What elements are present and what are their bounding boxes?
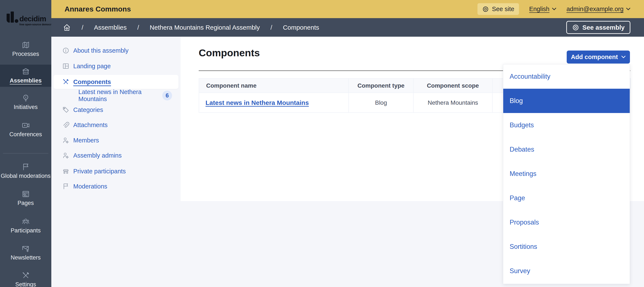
component-link[interactable]: Latest news in Nethera Mountains [206,99,309,106]
dropdown-item-budgets[interactable]: Budgets [503,113,630,137]
sidebar-item-label: Global moderations [1,173,50,179]
menu-item-assembly-admins[interactable]: Assembly admins [54,149,178,162]
sidebar-item-label: Conferences [9,131,42,137]
sidebar-item-conferences[interactable]: Conferences [0,118,51,141]
menu-item-components[interactable]: Components [54,75,178,89]
group-icon [62,168,69,175]
tag-icon [62,106,69,113]
menu-item-label: Latest news in Nethera Mountains [78,89,158,103]
decidim-logo-mark [6,12,18,23]
decidim-logo-text: decidim [20,15,46,23]
sidebar-item-assemblies[interactable]: Assemblies [0,65,51,87]
layout-grid-icon [62,63,69,70]
sidebar-item-newsletters[interactable]: Newsletters [0,241,51,264]
map-icon [22,41,30,49]
sidebar-item-label: Processes [12,51,39,57]
eye-icon [482,6,489,13]
breadcrumb-separator: / [270,24,272,31]
see-assembly-label: See assembly [582,24,624,31]
dropdown-item-debates[interactable]: Debates [503,137,630,162]
sidebar-item-label: Settings [15,281,36,287]
assembly-menu: About this assembly Landing page Compone… [51,37,180,201]
breadcrumb-separator: / [137,24,139,31]
main-nav: Processes Assemblies Initiatives [0,37,51,287]
tools-icon [22,271,30,279]
component-name-cell: Latest news in Nethera Mountains [199,93,348,113]
menu-item-label: Members [73,137,99,144]
menu-item-attachments[interactable]: Attachments [54,119,178,131]
sidebar-item-pages[interactable]: Pages [0,187,51,209]
menu-item-moderations[interactable]: Moderations [54,180,178,192]
sidebar-item-label: Initiatives [14,104,38,110]
account-label: admin@example.org [566,6,624,13]
column-header-component-name: Component name [199,79,348,93]
decidim-logo[interactable]: decidim free open-source democracy [6,11,49,26]
add-component-dropdown: Accountability Blog Budgets Debates Meet… [503,64,630,284]
menu-item-label: Attachments [73,122,108,129]
government-building-icon [22,68,30,76]
sidebar-item-label: Newsletters [11,254,41,260]
sidebar-item-processes[interactable]: Processes [0,38,51,60]
add-component-button[interactable]: Add component [567,51,630,64]
menu-item-categories[interactable]: Categories [54,104,178,116]
flag-icon [62,183,69,190]
column-header-component-type: Component type [348,79,413,93]
menu-item-label: Components [73,79,111,86]
sidebar-item-initiatives[interactable]: Initiatives [0,91,51,113]
menu-item-members[interactable]: Members [54,134,178,146]
breadcrumb-separator: / [82,24,83,31]
language-label: English [529,6,550,13]
menu-item-label: Categories [73,106,103,113]
mail-plus-icon [22,244,30,253]
see-site-link[interactable]: See site [478,3,519,15]
sidebar-item-label: Participants [11,227,41,233]
people-icon [22,217,30,226]
breadcrumb-bar: / Assemblies / Nethera Mountains Regiona… [51,18,644,37]
decidim-logo-tagline: free open-source democracy [20,23,56,26]
dropdown-item-sortitions[interactable]: Sortitions [503,234,630,259]
sidebar-item-participants[interactable]: Participants [0,214,51,237]
sidebar-item-settings[interactable]: Settings [0,268,51,287]
breadcrumb-components[interactable]: Components [283,24,319,31]
topbar-actions: See site English admin@example.org [478,0,630,18]
component-scope-cell: Nethera Mountains [413,93,492,113]
language-selector[interactable]: English [529,6,556,13]
add-component-label: Add component [571,54,618,61]
see-assembly-button[interactable]: See assembly [566,21,630,34]
chevron-down-icon [626,8,630,11]
menu-item-landing-page[interactable]: Landing page [54,60,178,72]
menu-item-label: Assembly admins [73,152,122,159]
video-camera-icon [22,121,30,129]
dropdown-item-page[interactable]: Page [503,186,630,210]
sidebar-divider [3,153,48,154]
account-menu[interactable]: admin@example.org [566,6,630,13]
dropdown-item-accountability[interactable]: Accountability [503,64,630,89]
breadcrumb-assembly-name[interactable]: Nethera Mountains Regional Assembly [150,24,260,31]
info-icon [62,47,69,54]
person-gear-icon [62,152,69,159]
see-site-label: See site [492,6,514,13]
menu-item-label: Moderations [73,183,107,190]
dropdown-item-meetings[interactable]: Meetings [503,162,630,186]
home-icon[interactable] [63,24,71,32]
column-header-component-scope: Component scope [413,79,492,93]
dropdown-item-survey[interactable]: Survey [503,259,630,283]
flag-icon [22,163,30,171]
menu-item-latest-news-component[interactable]: Latest news in Nethera Mountains 6 [54,89,178,102]
tools-icon [62,79,69,85]
sidebar-item-global-moderations[interactable]: Global moderations [0,160,51,182]
page-icon [22,190,30,198]
menu-item-about-assembly[interactable]: About this assembly [54,44,178,57]
breadcrumb-assemblies[interactable]: Assemblies [94,24,126,31]
menu-item-label: Private participants [73,168,126,175]
lightbulb-icon [22,94,30,102]
top-bar: Annares Commons See site English admin@e… [0,0,644,18]
menu-item-private-participants[interactable]: Private participants [54,165,178,177]
sidebar-item-label: Assemblies [10,78,42,84]
eye-icon [572,24,579,31]
dropdown-item-proposals[interactable]: Proposals [503,210,630,234]
sidebar-item-label: Pages [18,200,34,206]
menu-item-label: About this assembly [73,47,129,54]
dropdown-item-blog[interactable]: Blog [503,89,630,113]
organization-title: Annares Commons [64,0,131,18]
